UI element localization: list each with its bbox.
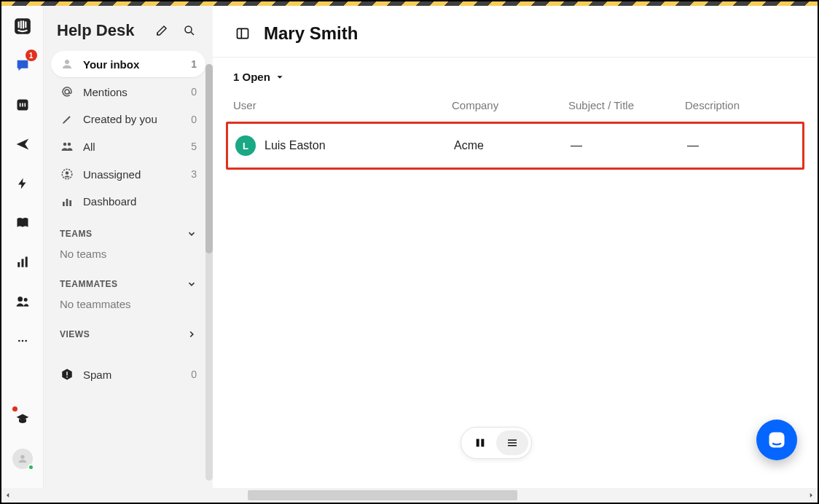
app-logo[interactable]: [8, 12, 37, 41]
rail-reports[interactable]: [8, 248, 37, 277]
nav-created-by-you[interactable]: Created by you 0: [51, 106, 205, 132]
svg-point-12: [17, 296, 23, 302]
rail-academy[interactable]: [8, 405, 37, 434]
svg-rect-28: [66, 371, 68, 375]
view-list-option[interactable]: [496, 430, 528, 455]
svg-rect-9: [17, 262, 20, 267]
section-teams[interactable]: TEAMS: [44, 214, 213, 243]
nav-label: Spam: [83, 369, 111, 381]
col-company: Company: [452, 99, 568, 111]
svg-point-15: [21, 340, 23, 342]
svg-point-14: [18, 340, 20, 342]
scroll-left-button[interactable]: [1, 489, 15, 502]
spam-icon: [60, 368, 74, 381]
svg-rect-29: [66, 377, 68, 378]
rail-inbox[interactable]: 1: [8, 51, 37, 80]
unassigned-icon: [60, 168, 74, 181]
nav-label: Unassigned: [83, 168, 141, 181]
intercom-logo-icon: [13, 17, 32, 36]
nav-unassigned[interactable]: Unassigned 3: [51, 161, 205, 187]
teammates-empty: No teammates: [44, 294, 213, 315]
rail-tickets[interactable]: [8, 90, 37, 119]
svg-rect-25: [63, 202, 65, 206]
horizontal-scrollbar: [1, 488, 818, 503]
profile-avatar: [12, 449, 33, 469]
panel-toggle-button[interactable]: [233, 24, 252, 43]
svg-rect-2: [20, 20, 21, 28]
svg-point-17: [20, 455, 24, 459]
view-card-option[interactable]: [464, 430, 496, 455]
nav-rail: 1: [1, 6, 44, 488]
panel-icon: [235, 26, 250, 41]
graduation-icon: [15, 412, 30, 427]
rail-inbox-badge: 1: [26, 50, 37, 61]
chevron-down-icon: [187, 229, 197, 239]
scroll-right-button[interactable]: [804, 489, 818, 502]
svg-rect-33: [481, 439, 484, 447]
compose-button[interactable]: [152, 20, 172, 41]
teams-empty: No teams: [44, 243, 213, 264]
section-views[interactable]: VIEWS: [44, 315, 213, 344]
nav-count: 5: [191, 141, 197, 152]
svg-point-20: [65, 90, 69, 94]
rail-profile[interactable]: [8, 444, 37, 473]
section-label: TEAMMATES: [60, 279, 118, 289]
main-panel: Mary Smith 1 Open User Company Subject /…: [213, 6, 818, 488]
nav-dashboard[interactable]: Dashboard: [51, 189, 205, 214]
section-teammates[interactable]: TEAMMATES: [44, 264, 213, 294]
svg-rect-32: [477, 439, 479, 447]
people-icon: [60, 140, 74, 153]
section-label: VIEWS: [60, 329, 90, 339]
svg-point-18: [185, 26, 192, 33]
more-icon: [17, 335, 28, 347]
svg-rect-7: [22, 103, 23, 107]
scroll-track[interactable]: [15, 490, 804, 500]
svg-rect-30: [238, 28, 248, 38]
col-description: Description: [685, 99, 772, 111]
svg-rect-26: [66, 199, 68, 206]
col-user: User: [233, 99, 452, 111]
sidebar-title: Help Desk: [57, 21, 144, 40]
nav-label: All: [83, 141, 95, 153]
rail-more[interactable]: [8, 326, 37, 355]
nav-all[interactable]: All 5: [51, 133, 205, 160]
nav-count: 1: [191, 58, 197, 70]
search-button[interactable]: [179, 20, 200, 41]
chevron-right-icon: [187, 329, 197, 339]
sidebar: Help Desk Your inbox 1 Mentions 0 Create…: [44, 6, 213, 488]
cell-description: —: [687, 139, 775, 152]
chevron-down-icon: [275, 72, 285, 82]
sidebar-scrollbar-thumb[interactable]: [205, 64, 213, 253]
nav-mentions[interactable]: Mentions 0: [51, 79, 205, 105]
svg-rect-1: [17, 22, 19, 28]
rail-articles[interactable]: [8, 208, 37, 237]
bolt-icon: [16, 177, 29, 190]
rail-contacts[interactable]: [8, 287, 37, 316]
table-columns: User Company Subject / Title Description: [213, 90, 818, 122]
rail-automation[interactable]: [8, 169, 37, 198]
filter-label: 1 Open: [233, 71, 270, 83]
svg-point-13: [23, 298, 27, 302]
messenger-launcher[interactable]: [756, 420, 797, 460]
people-icon: [15, 294, 30, 309]
user-avatar: L: [235, 135, 256, 156]
filter-open-dropdown[interactable]: 1 Open: [213, 58, 818, 90]
nav-your-inbox[interactable]: Your inbox 1: [51, 51, 205, 77]
svg-rect-3: [23, 20, 24, 28]
triangle-left-icon: [4, 492, 12, 499]
send-icon: [15, 137, 30, 151]
dashboard-icon: [60, 196, 74, 208]
columns-icon: [474, 437, 486, 449]
chart-icon: [16, 256, 29, 269]
view-toggle: [461, 427, 532, 459]
section-label: TEAMS: [60, 229, 93, 239]
svg-rect-11: [25, 257, 27, 267]
svg-rect-27: [69, 200, 71, 206]
nav-count: 3: [191, 168, 197, 180]
search-icon: [183, 24, 196, 37]
rail-outbound[interactable]: [8, 130, 37, 159]
svg-rect-10: [21, 259, 23, 267]
table-row[interactable]: L Luis Easton Acme — —: [226, 122, 804, 170]
nav-spam[interactable]: Spam 0: [51, 361, 205, 387]
scroll-thumb[interactable]: [248, 490, 517, 500]
